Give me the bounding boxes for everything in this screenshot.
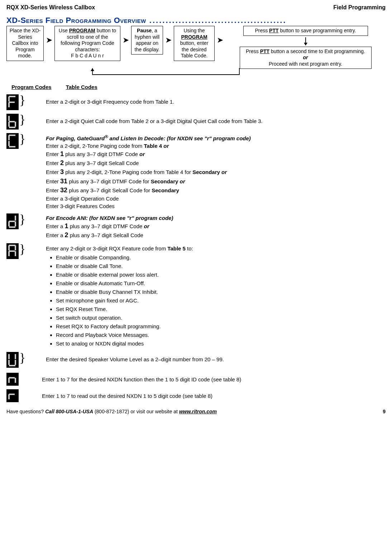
seg-u-icon [6,352,19,368]
svg-rect-2 [9,96,15,97]
flow-box-6: Press PTT button a second time to Exit p… [240,47,372,69]
svg-rect-11 [9,127,15,128]
flowchart: Place the XD-Series Callbox into Program… [6,26,386,69]
svg-rect-19 [9,221,15,222]
svg-rect-25 [8,245,10,250]
svg-rect-38 [8,378,10,383]
svg-rect-28 [8,251,10,256]
svg-rect-13 [9,135,15,136]
brace-icon: } [19,95,27,105]
svg-rect-16 [9,146,15,147]
seg-n-icon [6,373,19,386]
svg-rect-27 [9,250,15,252]
svg-rect-7 [8,116,10,121]
seg-a-icon [6,243,19,259]
list-item: Enable or disable Busy Channel TX Inhibi… [56,288,193,296]
row-b-desc: Enter a 2-digit Quiet Call code from Tab… [28,114,263,125]
arrow-icon: ➤ [165,36,172,44]
brace-icon: } [19,134,27,144]
svg-rect-10 [15,122,16,127]
list-item: Set to analog or NXDN digital modes [56,340,193,347]
svg-rect-14 [8,135,10,140]
svg-rect-29 [15,251,16,256]
svg-marker-0 [91,68,94,71]
brace-icon: } [19,214,27,225]
svg-rect-8 [9,121,15,122]
svg-rect-4 [9,102,15,103]
row-u-desc: Enter the desired Speaker Volume Level a… [28,352,224,363]
row-n-desc: Enter 1 to 7 for the desired NXDN functi… [19,373,241,383]
list-item: Enable or disable Call Tone. [56,262,193,270]
svg-rect-3 [8,97,10,102]
list-item: Enable or disable external power loss al… [56,271,193,278]
svg-rect-34 [15,360,16,365]
section-title: XD-Series Field Programming Overview ...… [6,16,386,25]
brace-icon: } [19,353,27,363]
page-footer: Have questions? Call 800-USA-1-USA (800-… [6,409,386,414]
row-c-desc: For Paging, GateGuard® and Listen In Dec… [28,133,251,210]
svg-rect-37 [9,377,15,379]
row-d-desc: For Encode ANI: (for NXDN see "r" progra… [28,213,173,240]
arrow-icon: ➤ [217,36,223,44]
row-f-desc: Enter a 2-digit or 3-digit Frequency cod… [28,94,174,105]
list-item: Reset RQX to Factory default programming… [56,323,193,330]
header-right: Field Programming [333,4,386,11]
svg-rect-32 [15,354,16,359]
list-item: Record and Playback Voice Messages. [56,331,193,339]
svg-rect-35 [9,365,15,366]
svg-rect-42 [8,394,10,399]
seg-r-icon [6,389,19,402]
table-headers: Program CodesTable Codes [11,84,386,90]
brace-icon: } [19,244,27,254]
flow-box-5: Press PTT button to save programming ent… [243,26,368,36]
svg-rect-21 [15,221,16,226]
svg-rect-41 [9,394,15,395]
flow-box-2: Use PROGRAM button to scroll to one of t… [54,26,120,61]
flow-box-1: Place the XD-Series Callbox into Program… [6,26,44,61]
svg-rect-33 [8,360,10,365]
flow-box-4: Using the PROGRAM button, enter the desi… [174,26,215,61]
row-r-desc: Enter 1 to 7 to read out the desired NXD… [19,389,212,400]
svg-rect-39 [15,378,16,383]
svg-rect-22 [9,226,15,228]
svg-rect-26 [15,245,16,250]
seg-f-icon [6,94,19,110]
arrow-icon: ➤ [123,36,129,44]
seg-b-icon [6,114,19,130]
header-left: RQX XD-Series Wireless Callbox [6,4,95,11]
seg-d-icon [6,213,19,229]
svg-rect-20 [8,221,10,226]
svg-rect-24 [9,245,15,246]
list-item: Set microphone gain fixed or AGC. [56,297,193,304]
down-arrow-icon [305,37,306,45]
svg-rect-31 [8,354,10,359]
svg-rect-5 [8,102,10,107]
row-a-desc: Enter any 2-digit or 3-digit RQX Feature… [28,243,193,348]
list-item: Enable or disable Automatic Turn-Off. [56,279,193,287]
arrow-icon: ➤ [46,36,52,44]
feedback-arrow [89,68,386,81]
list-item: Enable or disable Companding. [56,254,193,261]
flow-box-3: Pause, a hyphen will appear on the displ… [131,26,163,55]
svg-rect-15 [8,141,10,146]
seg-c-icon [6,133,19,149]
brace-icon: } [19,114,27,125]
list-item: Set switch output operation. [56,314,193,321]
svg-rect-9 [8,122,10,127]
list-item: Set RQX Reset Time. [56,305,193,313]
svg-rect-18 [15,216,16,221]
